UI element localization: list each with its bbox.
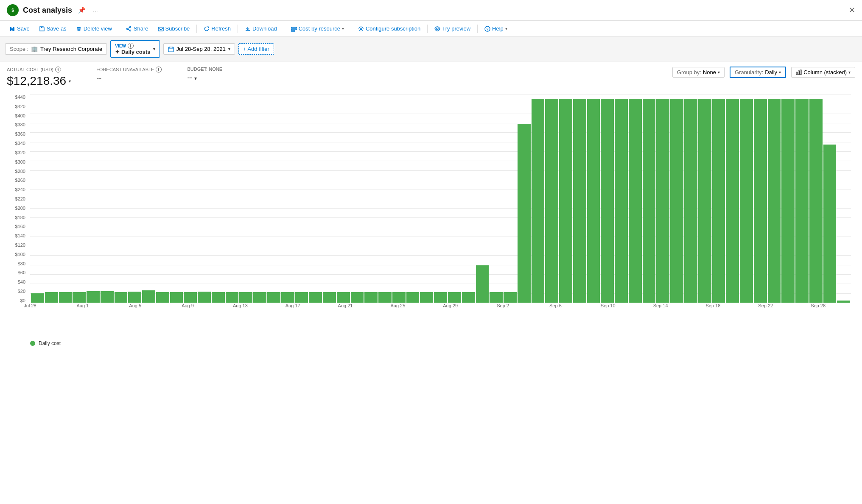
bar[interactable] <box>31 293 44 303</box>
actual-cost-info-icon[interactable]: ℹ <box>55 67 61 72</box>
bar[interactable] <box>601 99 614 303</box>
save-button[interactable]: Save <box>5 23 34 34</box>
bar[interactable] <box>351 292 364 303</box>
refresh-button[interactable]: Refresh <box>199 23 235 34</box>
chart-type-selector[interactable]: Column (stacked) ▾ <box>791 67 855 78</box>
configure-subscription-button[interactable]: Configure subscription <box>354 23 425 34</box>
close-button[interactable]: ✕ <box>849 6 855 15</box>
bar[interactable] <box>545 99 558 303</box>
forecast-info-icon[interactable]: ℹ <box>156 67 162 72</box>
help-button[interactable]: ? Help ▾ <box>480 23 512 34</box>
group-by-label: Group by: <box>677 69 701 75</box>
bar[interactable] <box>267 292 280 303</box>
download-button[interactable]: Download <box>241 23 281 34</box>
bar[interactable] <box>712 99 725 303</box>
bar[interactable] <box>323 292 336 303</box>
save-as-button[interactable]: Save as <box>35 23 71 34</box>
bar[interactable] <box>476 265 489 303</box>
bar[interactable] <box>87 291 100 303</box>
bar[interactable] <box>392 292 406 303</box>
bar[interactable] <box>212 292 225 303</box>
bar[interactable] <box>309 292 322 303</box>
bar[interactable] <box>656 99 669 303</box>
bar[interactable] <box>754 99 767 303</box>
bar[interactable] <box>532 99 545 303</box>
bar[interactable] <box>795 99 809 303</box>
bar[interactable] <box>378 292 392 303</box>
svg-text:$: $ <box>11 8 14 13</box>
delete-view-button[interactable]: Delete view <box>72 23 116 34</box>
bar[interactable] <box>420 292 433 303</box>
bar[interactable] <box>281 292 294 303</box>
bar[interactable] <box>643 99 656 303</box>
bar[interactable] <box>740 99 753 303</box>
bar[interactable] <box>73 292 86 303</box>
bar[interactable] <box>295 292 308 303</box>
more-options-button[interactable]: ... <box>91 6 100 14</box>
separator-7 <box>477 25 478 33</box>
bar[interactable] <box>226 292 239 303</box>
bar[interactable] <box>115 292 128 303</box>
bar[interactable] <box>170 292 183 303</box>
subscribe-button[interactable]: Subscribe <box>154 23 194 34</box>
view-value: ✦ Daily costs <box>115 49 150 55</box>
bar[interactable] <box>406 292 420 303</box>
bar[interactable] <box>837 301 850 303</box>
bar[interactable] <box>239 292 252 303</box>
svg-rect-14 <box>168 47 174 52</box>
cost-by-resource-button[interactable]: Cost by resource ▾ <box>287 23 348 34</box>
share-button[interactable]: Share <box>122 23 153 34</box>
bar[interactable] <box>59 292 72 303</box>
bar[interactable] <box>615 99 628 303</box>
group-by-selector[interactable]: Group by: None ▾ <box>672 67 725 78</box>
svg-point-5 <box>126 28 128 29</box>
x-axis-label: Sep 2 <box>497 303 509 308</box>
bar[interactable] <box>448 292 461 303</box>
bar[interactable] <box>670 99 683 303</box>
bar[interactable] <box>462 292 475 303</box>
actual-cost-value: $12,218.36 <box>7 74 66 88</box>
bar[interactable] <box>337 292 350 303</box>
bar[interactable] <box>504 292 517 303</box>
date-range-selector[interactable]: Jul 28-Sep 28, 2021 ▾ <box>163 43 235 55</box>
y-axis: $440 $420 $400 $380 $360 $340 $320 $300 … <box>7 95 29 303</box>
bar[interactable] <box>823 145 837 303</box>
granularity-selector[interactable]: Granularity: Daily ▾ <box>730 67 786 78</box>
bar[interactable] <box>253 292 266 303</box>
svg-rect-16 <box>798 71 800 75</box>
bar[interactable] <box>698 99 711 303</box>
view-selector[interactable]: VIEW ℹ ✦ Daily costs ▾ <box>110 40 160 58</box>
bar[interactable] <box>573 99 586 303</box>
svg-text:?: ? <box>487 27 489 31</box>
x-axis-label: Sep 6 <box>549 303 562 308</box>
try-preview-button[interactable]: Try preview <box>430 23 475 34</box>
bar[interactable] <box>559 99 572 303</box>
bar[interactable] <box>726 99 739 303</box>
title-bar: $ Cost analysis 📌 ... ✕ <box>0 0 862 21</box>
budget-chevron[interactable]: ▾ <box>194 75 197 81</box>
bar[interactable] <box>101 291 114 303</box>
pin-button[interactable]: 📌 <box>76 6 87 14</box>
bar[interactable] <box>629 99 642 303</box>
bar[interactable] <box>142 290 155 303</box>
bar[interactable] <box>781 99 795 303</box>
bar[interactable] <box>768 99 781 303</box>
x-axis-label: Aug 25 <box>390 303 405 308</box>
scope-selector[interactable]: Scope : 🏢 Trey Research Corporate <box>5 43 107 55</box>
bar[interactable] <box>364 292 378 303</box>
bar[interactable] <box>684 99 697 303</box>
actual-cost-chevron[interactable]: ▾ <box>69 79 71 84</box>
add-filter-button[interactable]: + Add filter <box>238 43 274 55</box>
bar[interactable] <box>434 292 447 303</box>
bar[interactable] <box>587 99 600 303</box>
bar[interactable] <box>490 292 503 303</box>
bar[interactable] <box>184 292 197 303</box>
view-info-icon[interactable]: ℹ <box>128 43 134 49</box>
bar[interactable] <box>156 292 169 303</box>
bar[interactable] <box>128 292 141 303</box>
bar[interactable] <box>45 292 58 303</box>
chart-plot <box>30 95 851 303</box>
bar[interactable] <box>198 292 211 303</box>
bar[interactable] <box>518 124 531 303</box>
bar[interactable] <box>809 99 823 303</box>
